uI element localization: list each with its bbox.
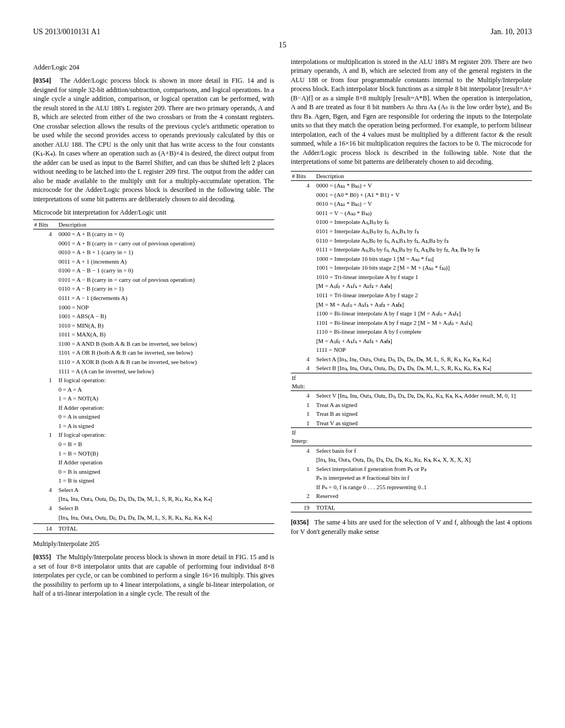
table-cell-bits bbox=[33, 312, 57, 321]
table-cell-desc: Select A [In₁, In₂, Out₁, Out₂, D₀, D₁, … bbox=[315, 355, 532, 364]
para-num-0355: [0355] bbox=[33, 553, 51, 561]
table-cell-bits bbox=[291, 263, 315, 272]
table-cell-desc: 0 = A = A bbox=[57, 385, 274, 394]
table-cell-bits bbox=[291, 227, 315, 236]
table-cell-bits bbox=[33, 412, 57, 421]
table-cell-desc: Treat V as signed bbox=[315, 419, 532, 428]
table-cell-bits bbox=[291, 455, 315, 464]
table-cell-desc: 0111 = A − 1 (decrements A) bbox=[57, 293, 274, 303]
table-cell-bits bbox=[33, 449, 57, 458]
table-cell-desc: 1000 = NOP bbox=[57, 303, 274, 312]
table-cell-bits bbox=[291, 217, 315, 227]
table-cell-bits bbox=[291, 291, 315, 300]
adder-microcode-table: # Bits Description 40000 = A + B (carry … bbox=[33, 220, 274, 534]
table-cell-desc: 0100 = Interpolate A₀,B₀ by f₀ bbox=[315, 217, 532, 227]
table-cell-bits bbox=[33, 321, 57, 330]
table-cell-bits bbox=[291, 318, 315, 328]
table-cell-desc: If logical operation: bbox=[57, 430, 274, 440]
table-cell-bits bbox=[291, 327, 315, 336]
table-cell-desc: [In₁, In₂, Out₁, Out₂, D₀, D₁, D₂, D₃, M… bbox=[57, 513, 274, 524]
adder-table-caption: Microcode bit interpretation for Adder/L… bbox=[33, 208, 274, 217]
table-cell-desc: 0000 = (A₁₀ * B₁₀) + V bbox=[315, 181, 532, 190]
page-number: 15 bbox=[33, 41, 532, 50]
table-cell-bits bbox=[33, 284, 57, 293]
table-cell-desc: 1001 = Interpolate 16 bits stage 2 [M = … bbox=[315, 263, 532, 272]
table-cell-desc: [M = A₀f₀ + A₁f₁ + A₂f₂ + A₃f₃] bbox=[315, 336, 532, 346]
table-cell-desc: Select B bbox=[57, 504, 274, 513]
table-cell-desc: 1101 = Bi-linear interpolate A by f stag… bbox=[315, 318, 532, 328]
col-head-bits: # Bits bbox=[33, 220, 57, 229]
table-cell-desc: Select interpolation f generation from P… bbox=[315, 464, 532, 474]
table-cell-desc: If Adder operation: bbox=[57, 403, 274, 413]
adder-paragraph: [0354] The Adder/Logic process block is … bbox=[33, 76, 274, 204]
table-cell-desc: 1000 = Interpolate 16 bits stage 1 [M = … bbox=[315, 254, 532, 264]
para-num-0356: [0356] bbox=[291, 518, 309, 526]
para-0356-text: The same 4 bits are used for the selecti… bbox=[291, 518, 532, 535]
para-0356: [0356] The same 4 bits are used for the … bbox=[291, 518, 532, 536]
table-cell-bits bbox=[33, 403, 57, 413]
table-cell-bits bbox=[33, 440, 57, 449]
table-cell-desc: 0010 = A + B + 1 (carry in = 1) bbox=[57, 248, 274, 257]
table-cell-bits: 1 bbox=[291, 409, 315, 419]
table-cell-bits: 1 bbox=[291, 400, 315, 410]
table-cell-bits: 4 bbox=[291, 355, 315, 364]
table-cell-desc: [M = M + A₀f₀ + A₁f₁ + A₂f₂ + A₃f₃] bbox=[315, 300, 532, 309]
table-cell-bits bbox=[291, 272, 315, 282]
table-cell-desc: 1100 = Bi-linear interpolate A by f stag… bbox=[315, 309, 532, 318]
col-head-desc-2: Description bbox=[315, 171, 532, 181]
table-cell-bits bbox=[291, 473, 315, 483]
table-cell-bits: 4 bbox=[291, 363, 315, 373]
table-cell-desc: If logical operation: bbox=[57, 376, 274, 385]
table-cell-bits bbox=[33, 367, 57, 376]
table-cell-bits bbox=[291, 199, 315, 208]
table-total-label: TOTAL bbox=[57, 524, 274, 534]
table-cell-bits bbox=[33, 421, 57, 431]
table-cell-desc: 0110 = A − B (carry in = 1) bbox=[57, 284, 274, 293]
table-cell-desc: 1101 = A OR B (both A & B can be inverte… bbox=[57, 348, 274, 357]
table-cell-bits bbox=[291, 483, 315, 492]
table-cell-desc: [In₁, In₂, Out₁, Out₂, D₀, D₁, D₂, D₃, M… bbox=[57, 494, 274, 504]
table-cell-desc: 1110 = Bi-linear interpolate A by f comp… bbox=[315, 327, 532, 336]
table-cell-desc: 1010 = MIN(A, B) bbox=[57, 321, 274, 330]
table-cell-bits: 4 bbox=[33, 504, 57, 513]
table-cell-desc: 0010 = (A₁₀ * B₁₀) − V bbox=[315, 199, 532, 208]
table-cell-bits: 4 bbox=[33, 485, 57, 495]
table-cell-bits bbox=[291, 208, 315, 218]
table-cell-desc: 1110 = A XOR B (both A & B can be invert… bbox=[57, 357, 274, 367]
table-cell-bits bbox=[291, 236, 315, 245]
table-cell-desc: 0 = A is unsigned bbox=[57, 412, 274, 421]
table-cell-bits bbox=[291, 254, 315, 264]
table-cell-bits bbox=[33, 248, 57, 257]
table-cell-bits: 2 bbox=[291, 491, 315, 502]
table-cell-bits: 1 bbox=[33, 430, 57, 440]
table-cell-bits bbox=[291, 245, 315, 254]
table-cell-desc: 1011 = Tri-linear interpolate A by f sta… bbox=[315, 291, 532, 300]
table-cell-desc: [M = A₀f₀ + A₁f₁ + A₂f₂ + A₃f₃] bbox=[315, 281, 532, 291]
table-cell-bits bbox=[33, 330, 57, 339]
table-cell-desc: 1111 = A (A can be inverted, see below) bbox=[57, 367, 274, 376]
table-cell-desc: Treat A as signed bbox=[315, 400, 532, 410]
table-cell-desc: 0101 = A − B (carry in = carry out of pr… bbox=[57, 275, 274, 285]
table-cell-desc: 1111 = NOP bbox=[315, 345, 532, 355]
table-cell-desc: Treat B as signed bbox=[315, 409, 532, 419]
table-cell-bits: 4 bbox=[291, 391, 315, 400]
table-cell-desc: 1 = A is signed bbox=[57, 421, 274, 431]
table-cell-desc: 1001 = ABS(A − B) bbox=[57, 312, 274, 321]
table-cell-desc: Select A bbox=[57, 485, 274, 495]
table-cell-desc: 0001 = (A0 * B0) + (A1 * B1) + V bbox=[315, 190, 532, 200]
table-cell-bits bbox=[33, 339, 57, 349]
table-cell-desc: 0011 = A + 1 (increments A) bbox=[57, 257, 274, 266]
table-cell-desc: 0101 = Interpolate A₀,B₀ by f₀, A₁,B₁ by… bbox=[315, 227, 532, 236]
table-cell-bits bbox=[291, 300, 315, 309]
multiply-heading: Multiply/Interpolate 205 bbox=[33, 539, 274, 548]
table-cell-bits bbox=[33, 385, 57, 394]
table-cell-desc: Select V [In₁, In₂, Out₁, Out₂, D₀, D₁, … bbox=[315, 391, 532, 400]
pub-number: US 2013/0010131 A1 bbox=[33, 28, 100, 36]
table-cell-bits bbox=[33, 494, 57, 504]
table-cell-bits bbox=[33, 357, 57, 367]
table-cell-desc: 0111 = Interpolate A₀,B₀ by f₀, A₁,B₁ by… bbox=[315, 245, 532, 254]
table-cell-bits: 4 bbox=[33, 229, 57, 239]
table-total-label: TOTAL bbox=[315, 502, 532, 512]
table-subhead: IfMult: bbox=[291, 373, 532, 391]
adder-para-text: The Adder/Logic process block is shown i… bbox=[33, 77, 274, 202]
